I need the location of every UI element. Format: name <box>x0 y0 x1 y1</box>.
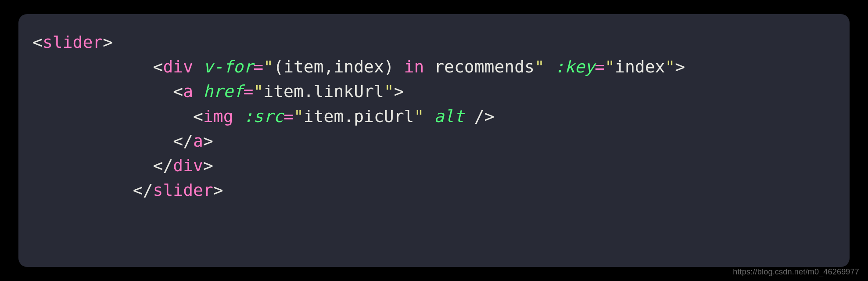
code-line-6: </div> <box>32 153 836 178</box>
value-href: item.linkUrl <box>263 82 384 101</box>
equals: = <box>283 107 294 126</box>
indent <box>32 180 133 200</box>
space <box>193 82 203 101</box>
indent <box>32 82 173 101</box>
quote: " <box>665 57 675 76</box>
space <box>545 57 555 76</box>
space <box>233 107 244 126</box>
attr-v-for: v-for <box>203 57 253 76</box>
code-line-4: <img :src="item.picUrl" alt /> <box>32 104 836 129</box>
quote: " <box>384 82 394 101</box>
bracket-open: < <box>32 32 43 52</box>
bracket-close: > <box>103 32 113 52</box>
bracket-open: </ <box>153 156 173 175</box>
bracket-close: > <box>203 131 213 151</box>
space <box>464 107 474 126</box>
code-line-7: </slider> <box>32 178 836 202</box>
equals: = <box>253 57 263 76</box>
quote: " <box>534 57 545 76</box>
attr-href: href <box>203 82 244 101</box>
value-key: index <box>615 57 665 76</box>
value-src: item.picUrl <box>304 107 414 126</box>
bracket-close: > <box>394 82 404 101</box>
tag-slider: slider <box>43 32 103 52</box>
bracket-open: </ <box>133 180 153 200</box>
self-close: /> <box>474 107 495 126</box>
indent <box>32 131 173 151</box>
code-line-1: <slider> <box>32 30 836 54</box>
watermark-text: https://blog.csdn.net/m0_46269977 <box>733 267 859 277</box>
quote: " <box>294 107 304 126</box>
bracket-open: < <box>193 107 203 126</box>
bracket-close: > <box>203 156 213 175</box>
attr-key: :key <box>555 57 595 76</box>
code-line-2: <div v-for="(item,index) in recommends" … <box>32 54 836 79</box>
code-line-5: </a> <box>32 129 836 153</box>
bracket-close: > <box>675 57 685 76</box>
tag-slider-close: slider <box>153 180 213 200</box>
tag-a: a <box>183 82 193 101</box>
bracket-open: </ <box>173 131 193 151</box>
tag-a-close: a <box>193 131 203 151</box>
code-line-3: <a href="item.linkUrl"> <box>32 79 836 104</box>
canvas: <slider> <div v-for="(item,index) in rec… <box>0 0 868 281</box>
value-vfor-a: (item,index) <box>273 57 404 76</box>
space <box>193 57 203 76</box>
quote: " <box>263 57 273 76</box>
indent <box>32 57 153 76</box>
tag-div: div <box>163 57 193 76</box>
equals: = <box>243 82 253 101</box>
value-vfor-b: recommends <box>424 57 534 76</box>
quote: " <box>253 82 263 101</box>
space <box>424 107 434 126</box>
code-block: <slider> <div v-for="(item,index) in rec… <box>18 14 850 267</box>
attr-src: :src <box>243 107 283 126</box>
bracket-close: > <box>213 180 223 200</box>
attr-alt: alt <box>434 107 464 126</box>
tag-img: img <box>203 107 233 126</box>
tag-div-close: div <box>173 156 203 175</box>
bracket-open: < <box>153 57 163 76</box>
keyword-in: in <box>404 57 424 76</box>
indent <box>32 107 193 126</box>
bracket-open: < <box>173 82 183 101</box>
quote: " <box>414 107 424 126</box>
quote: " <box>605 57 615 76</box>
indent <box>32 156 153 175</box>
equals: = <box>595 57 605 76</box>
